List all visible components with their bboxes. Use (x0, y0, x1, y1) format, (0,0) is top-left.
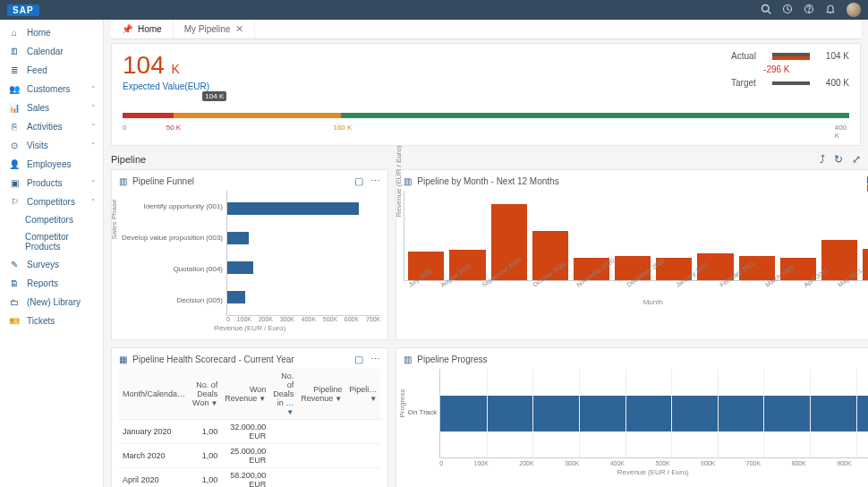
refresh-icon[interactable]: ↻ (834, 153, 843, 166)
card-title: Pipeline by Month - Next 12 Months (417, 176, 558, 186)
share-icon[interactable]: ⤴ (820, 153, 825, 166)
sidebar-item-feed[interactable]: ≣Feed (0, 61, 103, 80)
more-icon[interactable]: ⋯ (370, 354, 380, 365)
nav-icon: ✎ (9, 260, 20, 269)
table-row[interactable]: January 20201,0032.000,00 EUR (119, 420, 380, 444)
bar[interactable] (227, 202, 359, 215)
card-pipeline-funnel: ▥Pipeline Funnel ▢⋯ Identify opportunity… (111, 169, 388, 340)
section-header: Pipeline ⤴ ↻ ⤢ (111, 153, 861, 166)
more-icon[interactable]: ⋯ (370, 175, 380, 187)
table-icon: ▦ (119, 355, 127, 364)
column-header[interactable]: Pipeline Revenue▼ (297, 369, 345, 420)
sidebar-item-label: Home (27, 28, 51, 38)
funnel-chart: Identify opportunity (001)Develop value … (119, 191, 380, 316)
tab-my-pipeline[interactable]: My Pipeline ✕ (174, 20, 256, 38)
chevron-up-icon: ˄ (91, 198, 96, 207)
axis-label-x: Revenue (EUR / Euro) (119, 324, 380, 332)
search-icon[interactable] (761, 4, 771, 17)
sidebar-item-label: (New) Library (27, 297, 81, 307)
kpi-subtitle[interactable]: Expected Value(EUR) (123, 81, 209, 91)
nav-icon: ▣ (9, 178, 20, 188)
sidebar-subitem[interactable]: Competitor Products (0, 228, 103, 255)
nav-icon: 📊 (9, 103, 20, 113)
sidebar-item-reports[interactable]: 🗎Reports (0, 274, 103, 293)
pin-icon: 📌 (122, 24, 132, 34)
bar[interactable] (227, 232, 249, 244)
nav-icon: 🗓 (9, 47, 20, 56)
nav-icon: 👥 (9, 84, 20, 94)
nav-icon: 🎫 (9, 316, 20, 326)
tab-label: Home (138, 24, 162, 34)
scorecard-table: Month/Calenda…No. of Deals Won▼Won Reven… (119, 369, 380, 487)
sidebar-item-competitors[interactable]: ⚐Competitors˄ (0, 192, 103, 211)
sidebar-item-label: Feed (27, 65, 47, 75)
range-marker: 104 K (202, 91, 226, 101)
expand-icon[interactable]: ⤢ (852, 153, 861, 166)
nav-icon: ⚐ (9, 197, 20, 207)
column-header[interactable]: No. of Deals Won▼ (189, 369, 221, 420)
tab-strip: 📌 Home My Pipeline ✕ (111, 20, 861, 39)
card-title: Pipeline Health Scorecard - Current Year (132, 355, 294, 364)
sidebar-subitem[interactable]: Competitors (0, 211, 103, 228)
sidebar-item-label: Customers (27, 84, 70, 94)
bymonth-chart: July 2020August 2020September 2020Octobe… (404, 191, 868, 289)
nav-icon: ⌂ (9, 28, 20, 38)
sidebar-item-employees[interactable]: 👤Employees (0, 155, 103, 174)
sap-logo: SAP (7, 4, 39, 16)
sidebar-item-products[interactable]: ▣Products˅ (0, 174, 103, 192)
column-header[interactable]: No. of Deals in …▼ (269, 369, 297, 420)
card-health-scorecard: ▦Pipeline Health Scorecard - Current Yea… (111, 347, 388, 487)
section-title: Pipeline (111, 154, 146, 165)
chart-icon: ▥ (404, 176, 412, 186)
bell-icon[interactable] (825, 4, 836, 17)
bar[interactable] (227, 261, 253, 274)
sidebar-item-sales[interactable]: 📊Sales˅ (0, 98, 103, 117)
card-title: Pipeline Funnel (132, 176, 194, 186)
tab-label: My Pipeline (184, 24, 231, 34)
sidebar-item-surveys[interactable]: ✎Surveys (0, 255, 103, 274)
column-header[interactable]: Won Revenue▼ (221, 369, 269, 420)
svg-point-0 (762, 4, 770, 12)
close-icon[interactable]: ✕ (235, 23, 243, 35)
progress-chart: On Track (439, 369, 868, 458)
tab-home[interactable]: 📌 Home (111, 20, 174, 38)
sidebar-item-customers[interactable]: 👥Customers˅ (0, 80, 103, 98)
nav-icon: ⊙ (9, 141, 20, 150)
card-pipeline-progress: ▥Pipeline Progress ▢⋯ Progress On Track … (396, 347, 868, 487)
svg-point-4 (809, 11, 810, 12)
nav-icon: 👤 (9, 159, 20, 169)
column-header[interactable]: Pipeli…▼ (345, 369, 380, 420)
table-row[interactable]: April 20201,0058.200,00 EUR (119, 468, 380, 488)
axis-label-x: Revenue (EUR / Euro) (404, 468, 868, 476)
svg-line-1 (768, 11, 770, 13)
table-row[interactable]: March 20201,0025.000,00 EUR (119, 444, 380, 468)
card-title: Pipeline Progress (417, 355, 487, 364)
kpi-legend: Actual104 K -296 K Target400 K (731, 51, 849, 91)
maximize-icon[interactable]: ▢ (354, 175, 363, 187)
progress-row-label: On Track (404, 408, 437, 416)
nav-icon: 🗀 (9, 297, 20, 307)
axis-label-x: Month (404, 298, 868, 306)
sidebar-item-visits[interactable]: ⊙Visits˅ (0, 136, 103, 155)
nav-icon: 🗎 (9, 278, 20, 288)
sidebar-item-tickets[interactable]: 🎫Tickets (0, 312, 103, 330)
column-header[interactable]: Month/Calenda… (119, 369, 189, 420)
clock-icon[interactable] (782, 4, 793, 17)
chevron-down-icon: ˅ (91, 123, 96, 132)
nav-icon: ≣ (9, 65, 20, 75)
bar[interactable] (227, 291, 245, 303)
avatar[interactable] (847, 3, 861, 17)
kpi-header: 104 K Expected Value(EUR) Actual104 K -2… (111, 43, 861, 146)
sidebar-item-label: Sales (27, 103, 49, 113)
maximize-icon[interactable]: ▢ (354, 354, 363, 365)
sidebar-item-activities[interactable]: ⎘Activities˅ (0, 117, 103, 136)
sidebar-item-home[interactable]: ⌂Home (0, 23, 103, 42)
content-area: 📌 Home My Pipeline ✕ 104 K Expected Valu… (104, 20, 868, 487)
sidebar-item-label: Surveys (27, 260, 59, 269)
sidebar-item-label: Reports (27, 278, 58, 288)
sidebar-item--new-library[interactable]: 🗀(New) Library (0, 293, 103, 312)
sidebar-item-calendar[interactable]: 🗓Calendar (0, 42, 103, 61)
help-icon[interactable] (804, 4, 814, 17)
sidebar-item-label: Calendar (27, 47, 64, 56)
bar[interactable] (863, 249, 868, 280)
